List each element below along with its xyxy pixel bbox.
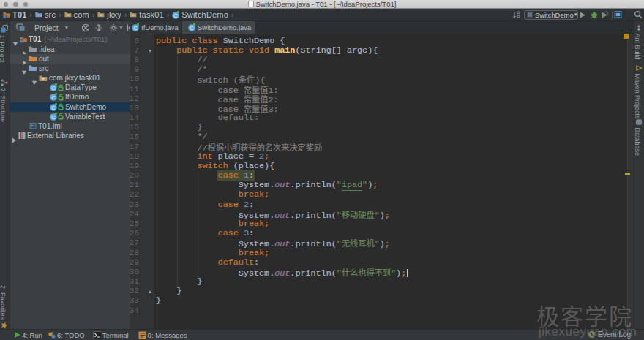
svg-text:C: C [51,85,56,91]
svg-text:C: C [51,105,56,111]
svg-text:C: C [51,95,56,102]
svg-text:C: C [190,25,194,31]
svg-text:C: C [51,114,56,121]
svg-text:C: C [133,25,138,31]
